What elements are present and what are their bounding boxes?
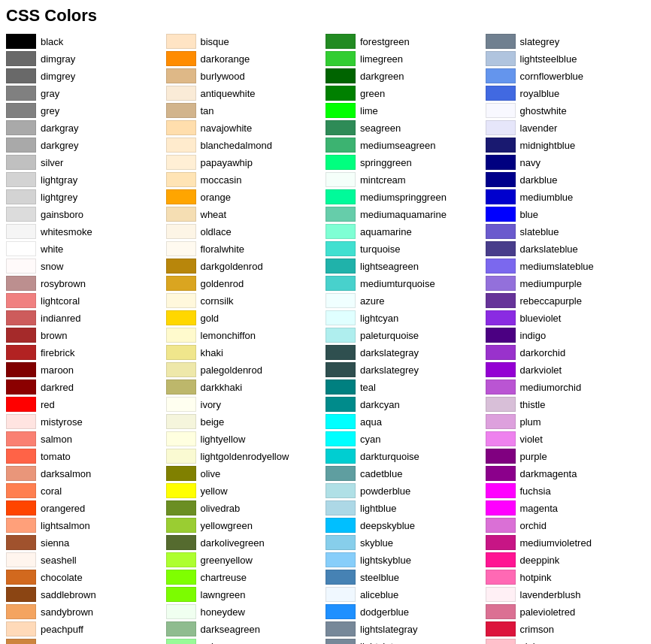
list-item: cadetblue xyxy=(326,465,486,482)
color-swatch xyxy=(6,310,36,325)
list-item: seashell xyxy=(6,552,166,568)
color-name: sienna xyxy=(41,537,69,549)
color-name: lightsalmon xyxy=(41,520,90,531)
color-name: darkred xyxy=(41,382,74,393)
color-swatch xyxy=(166,414,196,429)
color-name: orangered xyxy=(41,503,85,514)
color-name: lime xyxy=(360,105,378,116)
list-item: mediumseagreen xyxy=(326,137,486,153)
color-swatch xyxy=(166,397,196,412)
color-swatch xyxy=(166,587,196,602)
color-name: mediumpurple xyxy=(520,278,582,289)
color-swatch xyxy=(326,500,356,516)
color-name: paleturquoise xyxy=(360,330,419,341)
color-name: fuchsia xyxy=(520,485,551,497)
color-name: navy xyxy=(520,157,540,168)
list-item: lightgray xyxy=(6,171,166,188)
color-swatch xyxy=(166,639,196,644)
color-swatch xyxy=(166,466,196,481)
list-item: lemonchiffon xyxy=(166,327,326,343)
list-item: orange xyxy=(166,189,326,205)
list-item: ghostwhite xyxy=(486,102,646,119)
list-item: darkolivegreen xyxy=(166,534,326,551)
color-swatch xyxy=(486,103,516,118)
color-name: lightseagreen xyxy=(360,261,419,272)
list-item: indianred xyxy=(6,310,166,326)
color-name: hotpink xyxy=(520,572,552,583)
color-swatch xyxy=(166,172,196,187)
color-name: orchid xyxy=(520,520,547,531)
list-item: steelblue xyxy=(326,569,486,585)
color-name: tan xyxy=(201,105,214,116)
list-item: indigo xyxy=(486,327,646,343)
color-swatch xyxy=(326,155,356,170)
list-item: magenta xyxy=(486,500,646,516)
color-swatch xyxy=(486,328,516,343)
color-name: darksalmon xyxy=(41,468,91,479)
color-name: darkgrey xyxy=(41,140,79,151)
color-name: cyan xyxy=(360,434,380,445)
color-name: mediumspringgreen xyxy=(360,192,447,203)
list-item: chartreuse xyxy=(166,569,326,585)
list-item: white xyxy=(6,240,166,257)
color-name: tomato xyxy=(41,451,71,462)
list-item: turquoise xyxy=(326,240,486,257)
color-name: lavender xyxy=(520,122,558,134)
color-swatch xyxy=(6,68,36,83)
color-swatch xyxy=(486,449,516,464)
color-swatch xyxy=(166,51,196,66)
color-swatch xyxy=(6,172,36,187)
color-name: turquoise xyxy=(360,243,400,255)
color-swatch xyxy=(6,259,36,274)
list-item: darkslategray xyxy=(326,344,486,361)
list-item: darkorange xyxy=(166,50,326,67)
list-item: burlywood xyxy=(166,68,326,84)
list-item: lightcyan xyxy=(326,310,486,326)
list-item: gray xyxy=(6,85,166,101)
list-item: hotpink xyxy=(486,569,646,585)
color-name: violet xyxy=(520,434,543,445)
color-name: saddlebrown xyxy=(41,589,96,600)
color-swatch xyxy=(326,189,356,204)
list-item: maroon xyxy=(6,361,166,378)
color-name: lightslategray xyxy=(360,624,418,635)
color-swatch xyxy=(486,138,516,153)
list-item: oldlace xyxy=(166,223,326,240)
list-item: darkslateblue xyxy=(486,240,646,257)
list-item: navy xyxy=(486,154,646,171)
color-name: pink xyxy=(520,641,538,645)
color-swatch xyxy=(166,483,196,498)
color-swatch xyxy=(486,570,516,585)
list-item: lightgrey xyxy=(6,189,166,205)
list-item: limegreen xyxy=(326,50,486,67)
color-name: burlywood xyxy=(201,71,245,82)
color-name: darkgoldenrod xyxy=(201,261,263,272)
list-item: azure xyxy=(326,292,486,309)
list-item: darkgreen xyxy=(326,68,486,84)
color-name: aliceblue xyxy=(360,589,398,600)
list-item: peachpuff xyxy=(6,621,166,637)
color-name: darkkhaki xyxy=(201,382,243,393)
list-item: greenyellow xyxy=(166,552,326,568)
color-swatch xyxy=(486,362,516,377)
color-swatch xyxy=(6,570,36,585)
color-name: palegreen xyxy=(201,641,244,645)
color-name: gold xyxy=(201,313,220,324)
color-swatch xyxy=(6,552,36,567)
list-item: lightseagreen xyxy=(326,258,486,274)
color-swatch xyxy=(326,51,356,66)
color-swatch xyxy=(166,604,196,619)
list-item: lightsteelblue xyxy=(486,50,646,67)
list-item: olive xyxy=(166,465,326,482)
list-item: slategrey xyxy=(486,33,646,50)
color-swatch xyxy=(6,639,36,644)
color-swatch xyxy=(166,34,196,49)
list-item: lavender xyxy=(486,119,646,136)
list-item: lime xyxy=(326,102,486,119)
color-swatch xyxy=(6,535,36,550)
color-name: rosybrown xyxy=(41,278,86,289)
color-name: blue xyxy=(520,209,539,220)
list-item: mintcream xyxy=(326,171,486,188)
color-name: bisque xyxy=(201,36,229,47)
list-item: midnightblue xyxy=(486,137,646,153)
